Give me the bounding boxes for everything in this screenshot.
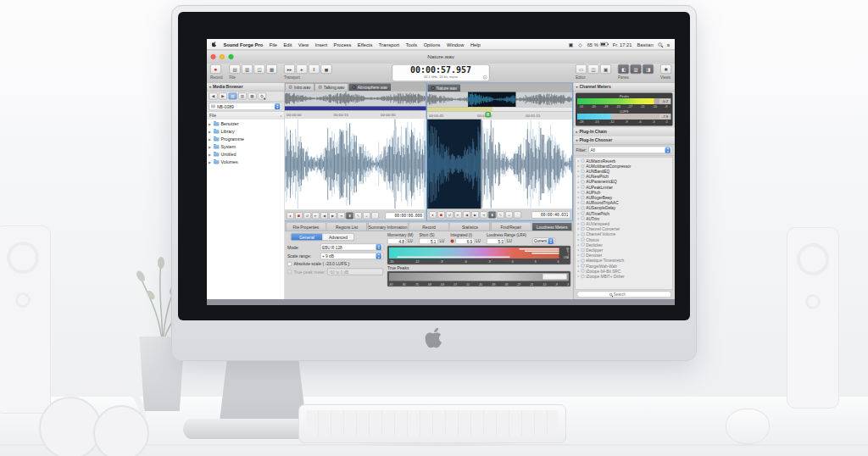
menu-item[interactable]: File [270, 42, 277, 47]
file-tool-button[interactable]: ▤ [230, 64, 241, 74]
menu-item[interactable]: View [298, 42, 309, 47]
pane-rewind-button[interactable]: ◀ [463, 211, 470, 218]
collapse-icon[interactable]: ▾ [209, 85, 211, 89]
collapse-icon[interactable]: ▸ [576, 130, 578, 134]
menu-item[interactable]: Insert [315, 42, 327, 47]
menu-item[interactable]: Help [470, 42, 481, 47]
battery-indicator[interactable]: 65 % [587, 42, 608, 47]
menu-item[interactable]: Sound Forge Pro [224, 42, 264, 47]
pane-loop-button[interactable]: ↺ [303, 212, 311, 219]
pane-gostart-button[interactable]: ⇤ [454, 211, 462, 218]
integrated-record-icon[interactable] [450, 240, 453, 243]
close-tab-icon[interactable]: × [431, 86, 436, 91]
timemachine-status-icon[interactable]: ◇ [578, 42, 581, 47]
views-gear-button[interactable]: ✱ [660, 64, 671, 74]
file-tree-item[interactable]: ▶ System [207, 143, 285, 151]
transport-tool-button[interactable]: ‖ [309, 64, 320, 74]
channel-meters-header[interactable]: ▾ Channel Meters [574, 83, 676, 92]
time-ruler[interactable]: 00:00:4500:01:0000:01:15 [427, 112, 572, 120]
pane-goend-button[interactable]: ⇥ [480, 211, 487, 218]
disclosure-triangle-icon[interactable]: ▶ [209, 153, 212, 157]
device-dropdown[interactable]: NB-0089 ▲▼ [209, 103, 283, 110]
file-tree-item[interactable]: ▶ Benutzer [207, 120, 285, 128]
window-titlebar[interactable]: Nature.wav [207, 51, 675, 64]
disclosure-triangle-icon[interactable]: ▶ [209, 160, 212, 164]
waveform-editor[interactable] [427, 120, 572, 209]
pane-stop-button[interactable]: ◼ [437, 211, 445, 218]
file-tool-button[interactable]: ▦ [266, 64, 277, 74]
time-ruler[interactable]: 00:00:0000:00:1500:00:30 [285, 111, 426, 119]
pane-toggle-button[interactable]: ◨ [643, 64, 654, 74]
tab-record[interactable]: Record [409, 223, 448, 231]
pane-gostart-button[interactable]: ⇤ [312, 212, 320, 219]
view-mode-button[interactable]: ▤ [229, 92, 237, 99]
close-tab-icon[interactable]: × [318, 86, 322, 90]
edit-tool-button[interactable]: ▮ [346, 212, 353, 219]
editor-layout-button[interactable]: ▭ [576, 64, 587, 74]
nav-back-button[interactable]: ◀ [209, 92, 218, 99]
zoom-tool-button[interactable]: + [363, 212, 370, 219]
file-tree-item[interactable]: ▶ Library [207, 128, 285, 136]
general-button[interactable]: General [292, 234, 323, 241]
apple-menu-icon[interactable] [212, 42, 217, 47]
file-column-header[interactable]: File ˄ [207, 112, 285, 120]
pencil-tool-button[interactable]: ✎ [354, 212, 362, 219]
plugin-search-field[interactable] [577, 292, 672, 298]
pane-goend-button[interactable]: ⇥ [337, 212, 345, 219]
file-tree-item[interactable]: ▶ Volumes [207, 158, 285, 166]
absolute-scale-checkbox[interactable] [287, 262, 292, 266]
time-display[interactable]: 00:00:57.957 44.1 kHz, 16 bit, mono × [392, 64, 490, 81]
menu-item[interactable]: Transport [379, 42, 399, 47]
pane-stop-button[interactable]: ◼ [295, 212, 303, 219]
file-tree-item[interactable]: ▶ Programme [207, 136, 285, 143]
tab-summary-information[interactable]: Summary Information [368, 223, 408, 231]
waveform-selection[interactable] [427, 120, 481, 209]
waveform-overview[interactable] [427, 92, 572, 108]
record-marker[interactable]: R [485, 112, 491, 118]
menu-item[interactable]: Tools [406, 42, 417, 47]
plugin-list-item[interactable]: iZotope MBIT+ Dither [576, 274, 673, 279]
pencil-tool-button[interactable]: ✎ [497, 211, 504, 218]
menubar-clock[interactable]: Fr. 17:21 [613, 42, 632, 47]
magnify-tool-button[interactable]: ˆ [514, 211, 521, 218]
pane-toggle-button[interactable]: ▥ [631, 64, 642, 74]
file-tool-button[interactable]: ◫ [254, 64, 265, 74]
sort-direction-icon[interactable]: ˄ [280, 114, 281, 118]
file-tool-button[interactable]: ▥ [242, 64, 253, 74]
close-tab-icon[interactable]: × [289, 86, 293, 90]
waveform-overview[interactable] [285, 92, 426, 107]
view-mode-button[interactable]: ▥ [238, 92, 247, 99]
advanced-button[interactable]: Advanced [323, 234, 354, 241]
zoom-tool-button[interactable]: + [505, 211, 513, 218]
pane-record-button[interactable]: ● [287, 212, 294, 219]
transport-tool-button[interactable]: ▸▸ [284, 64, 295, 74]
mode-dropdown[interactable]: EBU R 128▲▼ [320, 244, 383, 251]
tab-file-properties[interactable]: File Properties [286, 223, 326, 231]
menu-item[interactable]: Edit [283, 42, 292, 47]
notification-center-icon[interactable]: ≡ [667, 42, 670, 47]
pane-toggle-button[interactable]: ◧ [618, 64, 629, 74]
transport-tool-button[interactable]: ▸ [297, 64, 308, 74]
edit-tool-button[interactable]: ▮ [488, 211, 496, 218]
pane-record-button[interactable]: ● [429, 211, 437, 218]
transport-tool-button[interactable]: ◼ [321, 64, 332, 74]
menubar-user[interactable]: Bastian [637, 42, 653, 47]
waveform-editor[interactable] [285, 119, 426, 210]
time-display-settings-icon[interactable]: × [483, 75, 487, 80]
plugin-chain-header[interactable]: ▸ Plug-In Chain [574, 128, 676, 136]
menu-item[interactable]: Window [447, 42, 464, 47]
collapse-icon[interactable]: ▾ [576, 85, 578, 89]
plugin-chooser-header[interactable]: ▾ Plug-In Chooser [574, 136, 676, 145]
editor-layout-button[interactable]: ◫ [588, 64, 599, 74]
filter-dropdown[interactable]: All▲▼ [589, 147, 673, 154]
overview-selection[interactable] [468, 92, 515, 108]
file-tree-item[interactable]: ▶ Untitled [207, 151, 285, 158]
tab-statistics[interactable]: Statistics [450, 223, 490, 231]
scale-range-dropdown[interactable]: + 9 dB▲▼ [320, 253, 383, 259]
true-peak-checkbox[interactable] [287, 270, 292, 274]
waveform-unselected[interactable] [481, 120, 572, 209]
menu-item[interactable]: Options [424, 42, 441, 47]
tab-loudness-meters[interactable]: Loudness Meters [532, 223, 572, 231]
disclosure-triangle-icon[interactable]: ▶ [209, 145, 212, 149]
pane-rewind-button[interactable]: ◀ [320, 212, 328, 219]
